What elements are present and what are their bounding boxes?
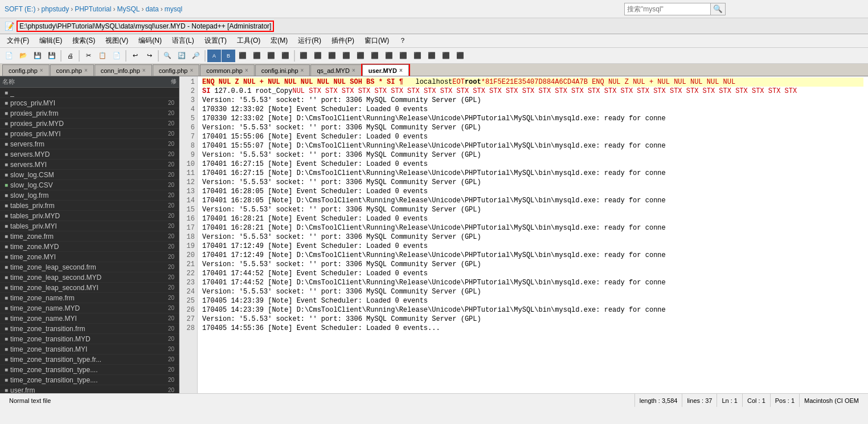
tab-config-php[interactable]: config.php × [2, 64, 50, 76]
toolbar-btn1[interactable]: A [207, 50, 221, 62]
menu-plugins[interactable]: 插件(P) [327, 35, 359, 47]
toolbar-btn10[interactable]: ⬛ [339, 50, 353, 62]
breadcrumb-mysql2[interactable]: mysql [165, 5, 182, 13]
toolbar-btn17[interactable]: ⬛ [439, 50, 453, 62]
sidebar-item[interactable]: ■tables_priv.MYI20 [0, 221, 179, 231]
sidebar-item[interactable]: ■time_zone.MYD20 [0, 242, 179, 252]
sidebar-item[interactable]: ■time_zone_transition.MYD20 [0, 334, 179, 344]
toolbar-paste[interactable]: 📄 [110, 50, 124, 62]
toolbar-print[interactable]: 🖨 [63, 50, 77, 62]
menu-edit[interactable]: 编辑(E) [35, 35, 67, 47]
sidebar-item[interactable]: ■tables_priv.MYD20 [0, 211, 179, 221]
tab-common-php[interactable]: common.php × [200, 64, 254, 76]
sidebar-item[interactable]: ■time_zone.MYI20 [0, 252, 179, 262]
sidebar-item[interactable]: ■tables_priv.frm20 [0, 201, 179, 211]
toolbar-btn13[interactable]: ⬛ [382, 50, 396, 62]
tab-conn-info-php[interactable]: conn_info.php × [95, 64, 152, 76]
tab-close[interactable]: × [142, 67, 146, 74]
toolbar-open[interactable]: 📂 [17, 50, 30, 62]
tab-config-ini-php[interactable]: config.ini.php × [255, 64, 310, 76]
sidebar-item[interactable]: ■proxies_priv.MYD20 [0, 119, 179, 129]
menu-file[interactable]: 文件(F) [2, 35, 34, 47]
tab-close[interactable]: × [245, 67, 248, 74]
tab-close[interactable]: × [352, 67, 355, 74]
tab-close[interactable]: × [84, 67, 88, 74]
toolbar-zoomin[interactable]: 🔎 [189, 50, 203, 62]
toolbar-save[interactable]: 💾 [31, 50, 44, 62]
menu-run[interactable]: 运行(R) [293, 35, 326, 47]
toolbar-btn5[interactable]: ⬛ [264, 50, 278, 62]
tab-close[interactable]: × [190, 67, 193, 74]
editor-content[interactable]: 1234567891011121314151617181920212223242… [179, 76, 868, 393]
sidebar-item[interactable]: ■procs_priv.MYI20 [0, 98, 179, 108]
toolbar-btn15[interactable]: ⬛ [411, 50, 424, 62]
toolbar-btn12[interactable]: ⬛ [368, 50, 382, 62]
sidebar-item[interactable]: ■time_zone_transition_type.fr...20 [0, 354, 179, 365]
tab-close[interactable]: × [399, 67, 403, 74]
menu-help[interactable]: ？ [395, 35, 411, 47]
toolbar-find[interactable]: 🔍 [161, 50, 174, 62]
toolbar-saveall[interactable]: 💾 [45, 50, 59, 62]
toolbar-cut[interactable]: ✂ [81, 50, 95, 62]
sidebar-item[interactable]: ■time_zone_name.MYI20 [0, 313, 179, 324]
sidebar-item[interactable]: ■time_zone_leap_second.frm20 [0, 262, 179, 272]
toolbar-copy[interactable]: 📋 [96, 50, 109, 62]
sidebar-item[interactable]: ■time_zone_transition_type....20 [0, 375, 179, 385]
sidebar-item[interactable]: ■proxies_priv.frm20 [0, 108, 179, 119]
toolbar-btn3[interactable]: ⬛ [236, 50, 249, 62]
toolbar-btn14[interactable]: ⬛ [396, 50, 410, 62]
menu-tools[interactable]: 工具(O) [232, 35, 265, 47]
sidebar-item[interactable]: ■time_zone_transition.MYI20 [0, 344, 179, 354]
sidebar-item[interactable]: ■time_zone_transition.frm20 [0, 324, 179, 334]
code-editor[interactable]: ENQ NUL Z NUL + NUL NUL NUL NUL NUL SOH … [198, 76, 868, 393]
menu-language[interactable]: 语言(L) [167, 35, 199, 47]
toolbar-btn2[interactable]: B [222, 50, 235, 62]
sidebar-item[interactable]: ■proxies_priv.MYI20 [0, 129, 179, 139]
sidebar-item[interactable]: ■_ [0, 88, 179, 98]
breadcrumb-data[interactable]: data [145, 5, 158, 13]
toolbar-btn7[interactable]: ⬛ [297, 50, 310, 62]
sidebar-item[interactable]: ■time_zone_name.frm20 [0, 293, 179, 303]
menu-encoding[interactable]: 编码(N) [134, 35, 166, 47]
search-input[interactable] [625, 3, 710, 15]
menu-settings[interactable]: 设置(T) [200, 35, 231, 47]
search-button[interactable]: 🔍 [710, 3, 725, 15]
toolbar-new[interactable]: 📄 [2, 50, 16, 62]
breadcrumb-phpstudy[interactable]: phpstudy [41, 5, 69, 13]
sidebar-item[interactable]: ■time_zone.frm20 [0, 231, 179, 242]
toolbar-btn11[interactable]: ⬛ [354, 50, 367, 62]
toolbar-replace[interactable]: 🔄 [175, 50, 189, 62]
sidebar-item[interactable]: ■slow_log.CSM20 [0, 170, 179, 180]
sidebar-item[interactable]: ■user.frm20 [0, 385, 179, 393]
toolbar-btn8[interactable]: ⬛ [311, 50, 325, 62]
sidebar-item[interactable]: ■time_zone_leap_second.MYI20 [0, 283, 179, 293]
tab-conn-php[interactable]: conn.php × [50, 64, 94, 76]
tab-config-php2[interactable]: config.php × [153, 64, 200, 76]
sidebar-item[interactable]: ■time_zone_leap_second.MYD20 [0, 272, 179, 283]
toolbar-redo[interactable]: ↪ [142, 50, 156, 62]
toolbar-btn9[interactable]: ⬛ [325, 50, 339, 62]
toolbar-undo[interactable]: ↩ [128, 50, 142, 62]
tab-close[interactable]: × [301, 67, 304, 74]
toolbar-btn4[interactable]: ⬛ [250, 50, 264, 62]
menu-search[interactable]: 搜索(S) [68, 35, 100, 47]
tab-user-myd[interactable]: user.MYD × [362, 64, 409, 76]
sidebar-item[interactable]: ■servers.MYD20 [0, 149, 179, 160]
menu-macro[interactable]: 宏(M) [266, 35, 292, 47]
breadcrumb-mysql[interactable]: MySQL [117, 5, 140, 13]
breadcrumb-soft[interactable]: SOFT (E:) [5, 5, 35, 13]
sidebar-item[interactable]: ■time_zone_transition_type....20 [0, 365, 179, 375]
sidebar-item[interactable]: ■slow_log.CSV20 [0, 180, 179, 190]
sidebar-item[interactable]: ■servers.MYI20 [0, 160, 179, 170]
menu-window[interactable]: 窗口(W) [360, 35, 394, 47]
tab-qs-ad-myd[interactable]: qs_ad.MYD × [310, 64, 361, 76]
menu-view[interactable]: 视图(V) [101, 35, 133, 47]
sidebar-item[interactable]: ■servers.frm20 [0, 139, 179, 149]
toolbar-btn16[interactable]: ⬛ [425, 50, 439, 62]
sidebar-item[interactable]: ■time_zone_name.MYD20 [0, 303, 179, 313]
sidebar-item[interactable]: ■slow_log.frm20 [0, 190, 179, 201]
tab-close[interactable]: × [40, 67, 43, 74]
toolbar-btn18[interactable]: ⬛ [453, 50, 467, 62]
breadcrumb-phptutorial[interactable]: PHPTutorial [75, 5, 111, 13]
toolbar-btn6[interactable]: ⬛ [279, 50, 292, 62]
